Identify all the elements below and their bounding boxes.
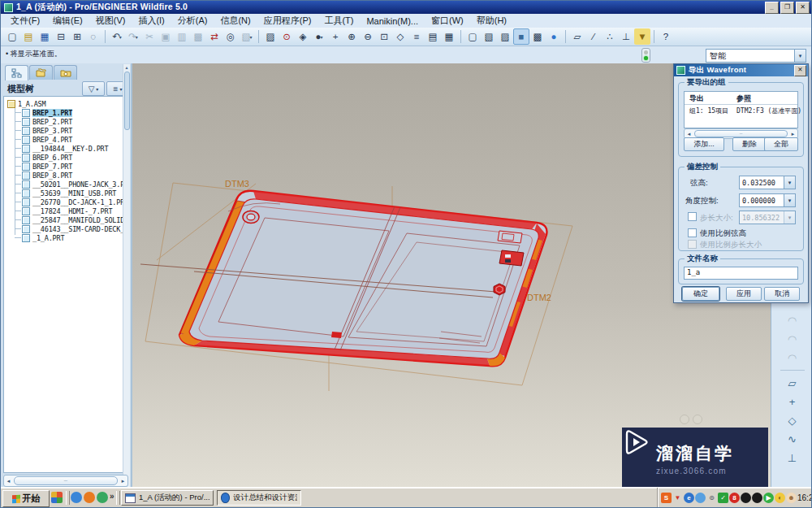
undo-icon[interactable]: ↶▾: [109, 28, 125, 45]
print-icon[interactable]: ⊟: [53, 28, 69, 45]
datum-csys-toggle-icon[interactable]: ⊥: [618, 28, 634, 45]
cancel-button[interactable]: 取消: [764, 287, 800, 301]
menu-item-1[interactable]: 编辑(E): [46, 14, 89, 28]
tree-row[interactable]: _1_A.PRT: [22, 233, 64, 242]
tree-row[interactable]: __53639__MINI_USB.PRT: [22, 189, 116, 198]
shaded-icon[interactable]: ■: [513, 28, 529, 45]
tree-item-label[interactable]: __26770__DC-JACK-1_1.PRT: [32, 198, 128, 206]
redraw-icon[interactable]: ▨: [262, 28, 279, 45]
hidden-line-icon[interactable]: ▧: [481, 28, 497, 45]
dialog-title-bar[interactable]: 导出 Wavefront: [674, 64, 808, 76]
tree-row[interactable]: BREP_3.PRT: [22, 126, 72, 135]
context-help-icon[interactable]: ?: [658, 28, 674, 45]
show-desktop-icon[interactable]: [51, 492, 63, 503]
stock-tray-icon[interactable]: 8: [729, 493, 740, 503]
scroll-left-icon[interactable]: ◄: [4, 479, 13, 484]
menu-item-10[interactable]: 帮助(H): [470, 14, 513, 28]
chevron-down-icon[interactable]: ▾: [784, 176, 795, 189]
chevron-down-icon[interactable]: ▾: [249, 34, 252, 40]
tree-item-label[interactable]: __53639__MINI_USB.PRT: [32, 189, 116, 198]
tree-item-label[interactable]: _1_A.PRT: [32, 234, 64, 242]
selection-filter-combo[interactable]: 智能 ▾: [706, 49, 806, 63]
render-style-icon[interactable]: ●▾: [311, 28, 327, 45]
tree-root-row[interactable]: 1_A.ASM: [7, 99, 45, 108]
tree-row[interactable]: __26770__DC-JACK-1_1.PRT: [22, 198, 128, 206]
zoom-in-icon[interactable]: ⊕: [343, 28, 360, 45]
tree-item-label[interactable]: __46143__SIM-CARD-DECK_6.PRT: [32, 225, 130, 233]
refit-icon[interactable]: ⊡: [376, 28, 392, 45]
media-quicklaunch-icon[interactable]: [84, 492, 95, 503]
sogou-tray-icon[interactable]: S: [661, 493, 672, 503]
globe-tray-icon[interactable]: [695, 493, 706, 503]
tree-item-label[interactable]: BREP_4.PRT: [32, 136, 72, 144]
saved-views-icon[interactable]: ◇: [392, 28, 408, 45]
download-tray-icon[interactable]: ▼: [672, 493, 683, 503]
tree-item-label[interactable]: BREP_8.PRT: [32, 172, 72, 180]
tree-row[interactable]: BREP_7.PRT: [22, 162, 72, 171]
chevron-down-icon[interactable]: ▾: [119, 34, 122, 40]
tree-item-label[interactable]: BREP_2.PRT: [32, 118, 72, 126]
ie-quicklaunch-icon[interactable]: [71, 492, 82, 503]
user-tray-icon[interactable]: ☻: [786, 493, 797, 503]
wireframe-icon[interactable]: ▢: [464, 28, 481, 45]
model-tree-tab[interactable]: [5, 65, 28, 80]
save-icon[interactable]: ▦: [37, 28, 53, 45]
menu-item-9[interactable]: 窗口(W): [425, 14, 470, 28]
folder-browser-tab[interactable]: [29, 65, 53, 80]
menu-item-2[interactable]: 视图(V): [89, 14, 132, 28]
tree-row[interactable]: BREP_6.PRT: [22, 153, 72, 162]
quicklaunch-overflow-icon[interactable]: »: [110, 492, 114, 501]
layers-icon[interactable]: ▤: [425, 28, 441, 45]
tree-item-label[interactable]: __50201__PHONE-JACK_3.PRT: [32, 180, 130, 189]
menu-item-0[interactable]: 文件(F): [4, 14, 46, 28]
angle-control-combo[interactable]: 0.000000 ▾: [739, 193, 796, 207]
open-folder-icon[interactable]: ▤: [20, 28, 37, 45]
chord-height-combo[interactable]: 0.032500 ▾: [739, 176, 796, 189]
menu-item-5[interactable]: 信息(N): [214, 14, 257, 28]
tree-item-label[interactable]: __194844__KEY-D.PRT: [32, 145, 108, 153]
view-manager-icon[interactable]: ▦: [441, 28, 457, 45]
start-button[interactable]: 开始: [2, 490, 50, 507]
export-table[interactable]: 导出 参照 组1: 15项目 DTM2:F3 (基准平面): [684, 91, 798, 128]
datum-plane-tool-icon[interactable]: ▱: [784, 375, 801, 391]
ok-button[interactable]: 确定: [682, 287, 719, 301]
tree-row[interactable]: __25847__MANIFOLD_SOLID_BREP: [22, 215, 130, 224]
datum-curve-tool-icon[interactable]: ∿: [784, 431, 801, 447]
menu-item-8[interactable]: Manikin(M)...: [360, 15, 425, 27]
browser-tray-icon[interactable]: e: [684, 493, 694, 503]
all-button[interactable]: 全部: [764, 137, 798, 151]
new-file-icon[interactable]: ▢: [4, 28, 20, 45]
qq-tray-icon[interactable]: [741, 493, 751, 503]
tree-row[interactable]: __46143__SIM-CARD-DECK_6.PRT: [22, 224, 130, 233]
input-method-tray-icon[interactable]: ◐: [775, 493, 785, 503]
chevron-down-icon[interactable]: ▾: [136, 34, 138, 40]
datum-plane-toggle-icon[interactable]: ▱: [569, 28, 585, 45]
spin-center-icon[interactable]: ⊙: [279, 28, 295, 45]
scroll-up-icon[interactable]: ▲: [123, 65, 130, 70]
dialog-close-button[interactable]: ✕: [794, 65, 806, 76]
annotation-toggle-icon[interactable]: ▼: [634, 28, 650, 45]
menu-item-4[interactable]: 分析(A): [171, 14, 214, 28]
chevron-down-icon[interactable]: ▾: [320, 34, 322, 40]
tree-row[interactable]: BREP_1.PRT: [22, 108, 72, 117]
print-preview-icon[interactable]: ⊞: [69, 28, 85, 45]
scroll-thumb[interactable]: [124, 72, 130, 130]
scroll-right-icon[interactable]: ►: [788, 132, 797, 137]
tree-item-label[interactable]: __25847__MANIFOLD_SOLID_BREP: [32, 216, 130, 224]
tree-item-label[interactable]: 1_A.ASM: [18, 100, 45, 108]
tree-row[interactable]: __194844__KEY-D.PRT: [22, 144, 108, 153]
qq2-tray-icon[interactable]: [752, 493, 762, 503]
scroll-left-icon[interactable]: ◄: [685, 132, 693, 137]
tree-item-label[interactable]: BREP_6.PRT: [32, 154, 72, 162]
menu-item-7[interactable]: 工具(T): [317, 14, 360, 28]
use-ratio-chord-checkbox[interactable]: [688, 228, 697, 237]
export-row-reference[interactable]: DTM2:F3 (基准平面): [736, 106, 801, 115]
export-row-name[interactable]: 组1: 15项目: [689, 106, 728, 115]
minimize-button[interactable]: _: [765, 2, 779, 14]
tree-row[interactable]: __50201__PHONE-JACK_3.PRT: [22, 180, 130, 189]
no-hidden-icon[interactable]: ▨: [497, 28, 513, 45]
scroll-thumb[interactable]: ─: [694, 130, 788, 137]
tree-item-label[interactable]: BREP_1.PRT: [32, 109, 72, 117]
tree-vertical-scrollbar[interactable]: ▲ ▼: [123, 64, 130, 488]
tree-row[interactable]: __17824__HDMI-_7.PRT: [22, 206, 112, 215]
